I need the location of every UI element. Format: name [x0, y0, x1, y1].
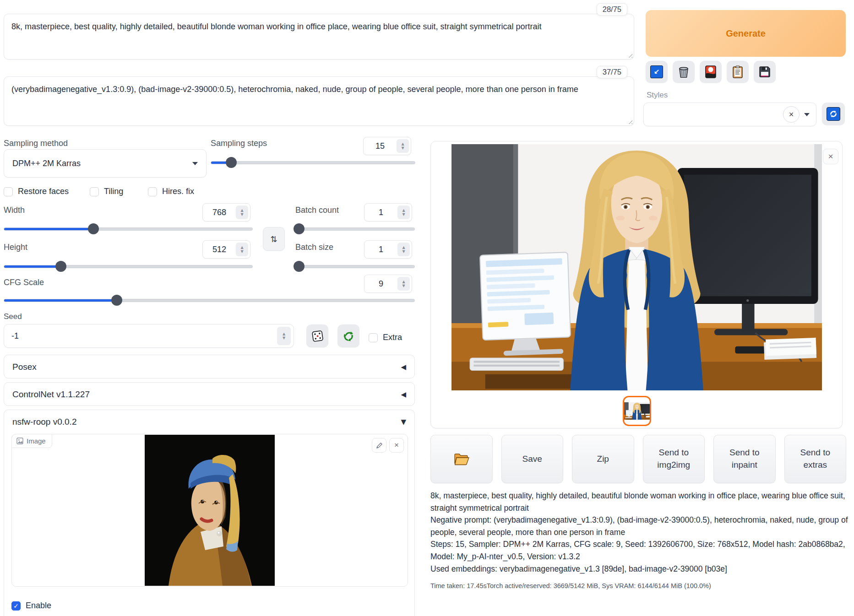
clear-prompt-button[interactable] [673, 61, 695, 83]
face-image-upload[interactable]: Image × [11, 434, 408, 587]
width-slider[interactable] [4, 223, 253, 234]
result-thumbnail[interactable] [623, 396, 651, 426]
slider-handle[interactable] [226, 157, 237, 168]
save-button[interactable]: Save [501, 435, 564, 483]
image-icon [16, 438, 23, 444]
batch-count-slider[interactable] [295, 223, 415, 234]
restore-faces-checkbox[interactable]: Restore faces [4, 187, 69, 196]
spinner-icon[interactable]: ▲▼ [397, 139, 409, 153]
negative-prompt-input[interactable]: (verybadimagenegative_v1.3:0.9), (bad-im… [4, 77, 634, 125]
reuse-seed-button[interactable] [337, 324, 359, 347]
sampling-method-value: DPM++ 2M Karras [12, 159, 81, 168]
expanded-arrow-icon: ▼ [401, 418, 406, 426]
send-to-inpaint-button[interactable]: Send to inpaint [713, 435, 776, 483]
generate-button[interactable]: Generate [646, 10, 846, 57]
send-to-extras-button[interactable]: Send to extras [784, 435, 847, 483]
batch-size-number: ▲▼ [364, 240, 412, 259]
slider-handle[interactable] [88, 223, 99, 234]
generated-image[interactable] [451, 144, 822, 390]
source-face-image [145, 435, 275, 586]
spinner-icon[interactable]: ▲▼ [236, 205, 248, 219]
read-generation-params-button[interactable]: ↙ [646, 61, 668, 83]
height-slider[interactable] [4, 261, 253, 272]
tiling-checkbox[interactable]: Tiling [90, 187, 123, 196]
remove-image-button[interactable]: × [389, 438, 404, 453]
batch-size-input[interactable] [364, 241, 397, 258]
refresh-styles-button[interactable] [822, 103, 845, 125]
card-icon [705, 65, 716, 78]
cfg-scale-input[interactable] [364, 275, 397, 292]
send-to-img2img-button[interactable]: Send to img2img [643, 435, 705, 483]
height-label: Height [4, 243, 27, 252]
checkbox-checked-icon[interactable]: ✓ [11, 601, 21, 611]
spinner-icon[interactable]: ▲▼ [277, 327, 291, 345]
spinner-icon[interactable]: ▲▼ [236, 243, 248, 256]
prompt-toolbar: ↙ [646, 61, 776, 83]
checkbox-icon[interactable] [4, 187, 13, 196]
prompt-input[interactable]: 8k, masterpiece, best quality, highly de… [4, 14, 634, 59]
generation-info: 8k, masterpiece, best quality, highly de… [430, 490, 848, 591]
open-folder-button[interactable] [430, 435, 493, 483]
hires-fix-checkbox[interactable]: Hires. fix [148, 187, 194, 196]
apply-styles-button[interactable] [727, 61, 749, 83]
extra-seed-checkbox[interactable]: Extra [369, 333, 402, 342]
slider-handle[interactable] [294, 223, 305, 234]
chevron-down-icon [192, 162, 198, 165]
image-tab: Image [11, 434, 52, 448]
batch-count-label: Batch count [295, 205, 339, 215]
extra-seed-label: Extra [383, 333, 402, 342]
info-embeddings-line: Used embeddings: verybadimagenegative_v1… [430, 563, 848, 575]
styles-label: Styles [647, 91, 668, 100]
controlnet-accordion-header[interactable]: ControlNet v1.1.227 ◀ [4, 383, 414, 406]
roop-accordion: nsfw-roop v0.0.2 ▼ Image × [4, 410, 415, 616]
styles-dropdown[interactable]: × [643, 103, 816, 126]
swap-dimensions-button[interactable]: ⇅ [263, 227, 285, 251]
sampling-steps-slider[interactable] [211, 157, 415, 168]
slider-handle[interactable] [55, 261, 66, 272]
height-input[interactable] [203, 241, 236, 258]
posex-accordion: Posex ◀ [4, 355, 415, 378]
width-input[interactable] [203, 204, 236, 221]
checkbox-icon[interactable] [369, 333, 378, 342]
roop-accordion-header[interactable]: nsfw-roop v0.0.2 ▼ [4, 410, 414, 434]
sampling-steps-input[interactable] [364, 137, 397, 155]
checkbox-icon[interactable] [90, 187, 99, 196]
seed-input[interactable] [4, 331, 277, 341]
floppy-disk-icon [759, 66, 771, 78]
clear-styles-icon[interactable]: × [783, 106, 800, 123]
save-style-button[interactable] [754, 61, 776, 83]
negative-prompt-box: 37/75 (verybadimagenegative_v1.3:0.9), (… [4, 76, 634, 126]
cfg-scale-slider[interactable] [4, 295, 415, 306]
spinner-icon[interactable]: ▲▼ [397, 243, 410, 256]
collapsed-arrow-icon: ◀ [401, 363, 406, 371]
cfg-scale-label: CFG Scale [4, 278, 44, 287]
sampling-method-dropdown[interactable]: DPM++ 2M Karras [4, 149, 207, 178]
slider-handle[interactable] [111, 295, 122, 306]
tiling-label: Tiling [104, 187, 123, 196]
edit-image-button[interactable] [372, 438, 386, 453]
sampling-method-label: Sampling method [4, 139, 68, 148]
prompt-box: 28/75 8k, masterpiece, best quality, hig… [4, 14, 634, 59]
cfg-scale-number: ▲▼ [364, 275, 412, 293]
info-params-line: Steps: 15, Sampler: DPM++ 2M Karras, CFG… [430, 538, 848, 562]
batch-count-input[interactable] [364, 204, 397, 221]
controlnet-accordion: ControlNet v1.1.227 ◀ [4, 382, 415, 406]
pencil-icon [376, 442, 383, 449]
extra-networks-button[interactable] [700, 61, 722, 83]
spinner-icon[interactable]: ▲▼ [397, 205, 410, 219]
slider-handle[interactable] [294, 261, 305, 272]
arrow-down-left-icon: ↙ [650, 65, 663, 78]
time-taken-line: Time taken: 17.45sTorch active/reserved:… [430, 581, 848, 591]
zip-button[interactable]: Zip [572, 435, 634, 483]
batch-size-slider[interactable] [295, 261, 415, 272]
width-number: ▲▼ [202, 203, 250, 222]
random-seed-button[interactable] [306, 324, 328, 347]
checkbox-icon[interactable] [148, 187, 157, 196]
roop-enable-checkbox[interactable]: ✓ Enable [11, 601, 51, 611]
seed-field: ▲▼ [4, 324, 294, 348]
spinner-icon[interactable]: ▲▼ [397, 277, 410, 291]
chevron-down-icon[interactable] [804, 113, 810, 116]
sampling-steps-number: ▲▼ [363, 137, 411, 155]
close-gallery-button[interactable]: × [823, 149, 838, 164]
posex-accordion-header[interactable]: Posex ◀ [4, 355, 414, 379]
